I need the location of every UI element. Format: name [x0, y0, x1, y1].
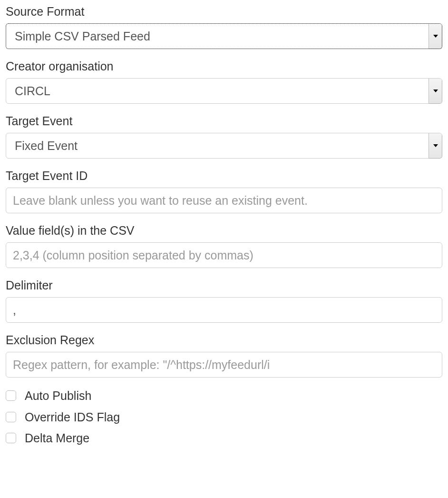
exclusion-regex-group: Exclusion Regex	[6, 333, 442, 378]
target-event-id-input[interactable]	[6, 188, 442, 213]
delimiter-group: Delimiter	[6, 279, 442, 323]
target-event-group: Target Event Fixed Event	[6, 114, 442, 159]
creator-organisation-select[interactable]: CIRCL	[6, 78, 442, 104]
auto-publish-checkbox[interactable]	[6, 390, 16, 401]
checkbox-list: Auto Publish Override IDS Flag Delta Mer…	[6, 388, 442, 446]
target-event-label: Target Event	[6, 114, 442, 128]
auto-publish-label[interactable]: Auto Publish	[25, 388, 91, 404]
override-ids-label[interactable]: Override IDS Flag	[25, 409, 120, 425]
value-fields-group: Value field(s) in the CSV	[6, 224, 442, 268]
override-ids-checkbox[interactable]	[6, 412, 16, 422]
delta-merge-row: Delta Merge	[6, 430, 442, 446]
exclusion-regex-input[interactable]	[6, 352, 442, 378]
source-format-select-wrap: Simple CSV Parsed Feed	[6, 23, 442, 49]
source-format-label: Source Format	[6, 5, 442, 19]
target-event-id-label: Target Event ID	[6, 169, 442, 183]
value-fields-label: Value field(s) in the CSV	[6, 224, 442, 238]
target-event-id-group: Target Event ID	[6, 169, 442, 213]
target-event-select-wrap: Fixed Event	[6, 133, 442, 159]
auto-publish-row: Auto Publish	[6, 388, 442, 404]
value-fields-input[interactable]	[6, 242, 442, 268]
delta-merge-label[interactable]: Delta Merge	[25, 430, 89, 446]
target-event-select[interactable]: Fixed Event	[6, 133, 442, 159]
delimiter-input[interactable]	[6, 297, 442, 323]
source-format-select[interactable]: Simple CSV Parsed Feed	[6, 23, 442, 49]
delta-merge-checkbox[interactable]	[6, 433, 16, 443]
exclusion-regex-label: Exclusion Regex	[6, 333, 442, 347]
source-format-group: Source Format Simple CSV Parsed Feed	[6, 5, 442, 49]
override-ids-row: Override IDS Flag	[6, 409, 442, 425]
delimiter-label: Delimiter	[6, 279, 442, 292]
creator-organisation-select-wrap: CIRCL	[6, 78, 442, 104]
creator-organisation-label: Creator organisation	[6, 60, 442, 73]
creator-organisation-group: Creator organisation CIRCL	[6, 60, 442, 104]
